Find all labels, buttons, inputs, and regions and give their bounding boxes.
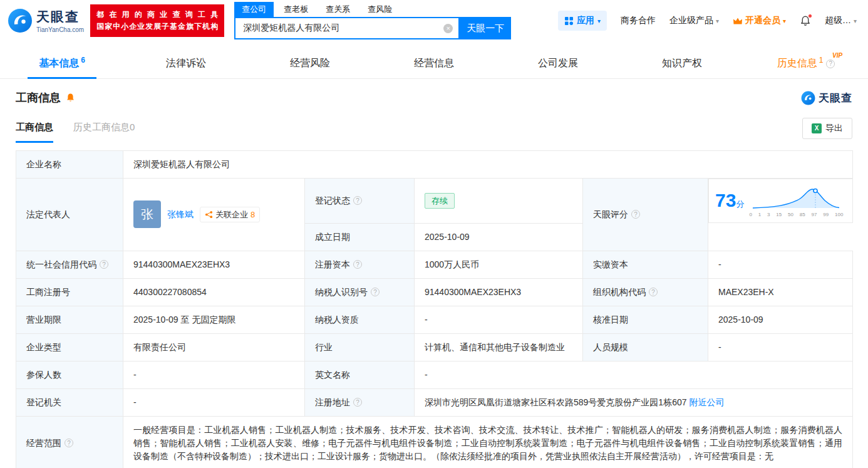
related-companies-label: 关联企业 (215, 209, 248, 221)
legal-rep-name-link[interactable]: 张锋斌 (167, 208, 194, 221)
help-icon[interactable]: ? (100, 260, 108, 269)
tab-company-development[interactable]: 公司发展 (496, 49, 620, 78)
table-row: 工商注册号 440300227080854 纳税人识别号 ? 91440300M… (16, 278, 853, 306)
chevron-down-icon: ▾ (597, 18, 601, 24)
account-name: 超级… (825, 15, 851, 26)
reg-authority-value: - (123, 388, 305, 416)
chevron-down-icon: ▾ (854, 18, 857, 24)
apps-menu-label: 应用 (577, 15, 594, 26)
score-label: 天眼评分 ? (583, 179, 708, 251)
menu-enterprise-products-label: 企业级产品 (669, 15, 713, 26)
score-chart: 01 315 5085 9799 100 (749, 183, 843, 219)
score-marker (814, 189, 817, 193)
tab-basic-info[interactable]: 基本信息 6 (0, 49, 124, 78)
company-type-value: 有限责任公司 (123, 333, 305, 361)
staff-size-label: 人员规模 (583, 333, 708, 361)
brand-logo-icon (8, 8, 33, 33)
notifications-bell[interactable] (800, 15, 811, 26)
approval-date-value: 2025-10-09 (708, 306, 853, 333)
org-code-value: MAEX23EH-X (708, 278, 853, 306)
monitor-bell-icon[interactable] (66, 93, 75, 103)
search-tab-company[interactable]: 查公司 (234, 2, 274, 17)
apps-menu[interactable]: 应用 ▾ (558, 11, 607, 31)
insured-count-value: - (123, 361, 305, 388)
search-tab-risk[interactable]: 查风险 (360, 2, 400, 17)
export-button[interactable]: X 导出 (802, 118, 852, 139)
menu-business-cooperation-label: 商务合作 (621, 15, 656, 26)
subtab-business-registration[interactable]: 工商信息 (16, 122, 53, 143)
taxpayer-quality-value: - (415, 306, 583, 333)
tab-history-info[interactable]: 历史信息 1 VIP ? (744, 49, 868, 78)
tab-business-info[interactable]: 经营信息 (372, 49, 496, 78)
table-row: 登记机关 - 注册地址 ? 深圳市光明区凤凰街道塘家社区科农路589号爱克股份产… (16, 388, 853, 416)
business-info-table: 企业名称 深圳爱矩机器人有限公司 法定代表人 张 张锋斌 关联企业 (16, 150, 853, 468)
menu-business-cooperation[interactable]: 商务合作 (621, 15, 656, 26)
establish-date-label: 成立日期 (305, 223, 415, 251)
help-icon[interactable]: ? (371, 288, 380, 296)
credit-code-value: 91440300MAEX23EHX3 (123, 251, 305, 278)
reg-authority-label: 登记机关 (16, 388, 123, 416)
search-tab-relation[interactable]: 查关系 (318, 2, 358, 17)
establish-date-value: 2025-10-09 (415, 223, 583, 251)
legal-rep-avatar[interactable]: 张 (133, 200, 161, 228)
slogan-line-2: 国家中小企业发展子基金旗下机构 (96, 21, 218, 33)
chevron-down-icon: ▾ (783, 18, 786, 24)
reg-number-value: 440300227080854 (123, 278, 305, 306)
tab-business-risk[interactable]: 经营风险 (248, 49, 372, 78)
org-code-label: 组织机构代码 ? (583, 278, 708, 306)
tab-intellectual-property[interactable]: 知识产权 (620, 49, 744, 78)
nearby-companies-link[interactable]: 附近公司 (689, 397, 724, 407)
watermark-logo-icon (801, 91, 815, 105)
help-icon[interactable]: ? (353, 398, 362, 407)
related-companies-badge[interactable]: 关联企业 8 (200, 207, 260, 223)
help-icon[interactable]: ? (649, 288, 658, 296)
tab-basic-info-count: 6 (81, 56, 85, 65)
insured-count-label: 参保人数 (16, 361, 123, 388)
status-badge: 存续 (425, 193, 455, 209)
business-term-label: 营业期限 (16, 306, 123, 333)
tab-business-info-label: 经营信息 (414, 57, 454, 70)
reg-address-value: 深圳市光明区凤凰街道塘家社区科农路589号爱克股份产业园1栋607 附近公司 (415, 388, 853, 416)
table-row: 法定代表人 张 张锋斌 关联企业 8 (16, 179, 853, 224)
taxpayer-id-value: 91440300MAEX23EHX3 (415, 278, 583, 306)
subtab-history-registration[interactable]: 历史工商信息0 (73, 122, 135, 143)
search-tab-boss[interactable]: 查老板 (276, 2, 316, 17)
menu-enterprise-products[interactable]: 企业级产品 ▾ (669, 15, 719, 26)
company-name-label: 企业名称 (16, 151, 123, 179)
staff-size-value: - (708, 333, 853, 361)
brand-name: 天眼查 (36, 8, 84, 26)
help-icon[interactable]: ? (631, 210, 640, 219)
legal-rep-value: 张 张锋斌 关联企业 8 (123, 179, 305, 251)
search-button[interactable]: 天眼一下 (460, 17, 511, 39)
brand-logo[interactable]: 天眼查 TianYanCha.com (8, 8, 84, 33)
reg-capital-value: 1000万人民币 (415, 251, 583, 278)
slogan-banner: 都在用的商业查询工具 国家中小企业发展子基金旗下机构 (90, 4, 224, 36)
english-name-value: - (415, 361, 853, 388)
export-button-label: 导出 (825, 123, 843, 134)
help-icon[interactable]: ? (826, 60, 835, 68)
search-box: × (234, 17, 460, 39)
score-curve (749, 183, 843, 211)
excel-icon: X (812, 123, 822, 133)
reg-number-label: 工商注册号 (16, 278, 123, 306)
search-input[interactable] (235, 18, 458, 38)
tab-basic-info-label: 基本信息 (39, 57, 79, 70)
reg-capital-label: 注册资本 ? (305, 251, 415, 278)
paid-capital-label: 实缴资本 (583, 251, 708, 278)
help-icon[interactable]: ? (353, 260, 362, 269)
account-menu[interactable]: 超级… ▾ (825, 15, 857, 26)
help-icon[interactable]: ? (353, 196, 362, 205)
reg-status-label: 登记状态 ? (305, 179, 415, 224)
chevron-down-icon: ▾ (716, 18, 719, 24)
notification-dot (808, 14, 812, 18)
tab-legal-proceedings[interactable]: 法律诉讼 (124, 49, 248, 78)
help-icon[interactable]: ? (65, 439, 73, 447)
table-row: 统一社会信用代码 ? 91440300MAEX23EHX3 注册资本 ? 100… (16, 251, 853, 278)
search-tabs: 查公司 查老板 查关系 查风险 (234, 2, 511, 17)
menu-open-vip[interactable]: 开通会员 ▾ (733, 15, 786, 26)
top-menu: 应用 ▾ 商务合作 企业级产品 ▾ 开通会员 ▾ 超级… ▾ (558, 11, 857, 31)
business-scope-label: 经营范围 ? (16, 416, 123, 468)
table-row: 经营范围 ? 一般经营项目是：工业机器人销售；工业机器人制造；技术服务、技术开发… (16, 416, 853, 468)
menu-open-vip-label: 开通会员 (745, 15, 780, 26)
legal-rep-label: 法定代表人 (16, 179, 123, 251)
